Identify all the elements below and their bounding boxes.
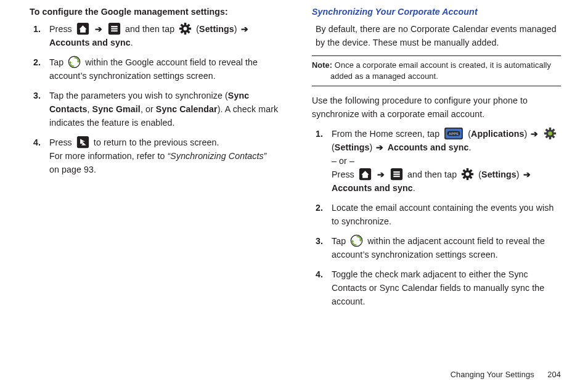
- step-number: 2.: [312, 201, 323, 228]
- right-column: Synchronizing Your Corporate Account By …: [312, 5, 561, 314]
- page-footer: Changing Your Settings 204: [451, 369, 561, 381]
- step-number: 1.: [312, 127, 323, 195]
- arrow-icon: ➔: [522, 169, 532, 179]
- svg-text:APPS: APPS: [449, 132, 459, 136]
- bold-text: Accounts and sync: [49, 38, 131, 47]
- bold-text: Settings: [199, 24, 234, 34]
- svg-rect-48: [393, 171, 400, 173]
- bold-text: Sync Calendar: [156, 104, 218, 114]
- step-body: Toggle the check mark adjacent to either…: [332, 267, 561, 308]
- applications-tile-icon: APPS: [444, 127, 463, 140]
- step-body: From the Home screen, tap APPS (Applicat…: [332, 127, 561, 195]
- arrow-icon: ➔: [240, 24, 250, 34]
- footer-page: 204: [547, 370, 561, 379]
- step-number: 2.: [30, 55, 41, 83]
- settings-gear-icon: [461, 168, 474, 181]
- svg-point-56: [466, 172, 470, 176]
- home-key-icon: [76, 22, 89, 35]
- step-number: 1.: [30, 22, 41, 49]
- step-body: Locate the email account containing the …: [332, 201, 561, 228]
- menu-key-icon: [390, 168, 403, 181]
- list-item: 1.From the Home screen, tap APPS (Applic…: [312, 127, 561, 195]
- note-text: Once a corporate email account is create…: [330, 60, 551, 81]
- step-body: Tap within the adjacent account field to…: [332, 234, 561, 261]
- menu-key-icon: [108, 22, 121, 35]
- svg-point-45: [549, 131, 553, 136]
- list-item: 2.Tap within the Google account field to…: [30, 55, 279, 83]
- back-key-icon: [76, 136, 89, 149]
- bold-text: Settings: [481, 169, 517, 179]
- right-heading: Synchronizing Your Corporate Account: [312, 5, 561, 18]
- left-column: To configure the Google management setti…: [30, 5, 279, 314]
- right-intro: By default, there are no Corporate Calen…: [312, 22, 561, 49]
- bold-text: Accounts and sync: [332, 183, 413, 193]
- sync-icon: [350, 234, 363, 247]
- bold-text: Applications: [471, 129, 524, 139]
- arrow-icon: ➔: [529, 129, 542, 139]
- bold-text: Sync Gmail: [92, 104, 141, 114]
- italic-text: “Synchronizing Contacts”: [168, 151, 267, 161]
- step-number: 3.: [30, 89, 41, 129]
- step-body: Tap the parameters you wish to synchroni…: [49, 89, 279, 129]
- note-block: Note: Once a corporate email account is …: [312, 55, 561, 86]
- sync-icon: [68, 55, 81, 68]
- note-label: Note:: [312, 60, 332, 70]
- right-steps: 1.From the Home screen, tap APPS (Applic…: [312, 127, 561, 308]
- step-number: 3.: [312, 234, 323, 261]
- bold-text: Accounts and sync: [388, 142, 469, 152]
- list-item: 1.Press ➔ and then tap: [30, 22, 279, 49]
- step-body: Press to return to the previous screen.F…: [49, 136, 279, 176]
- list-item: 3.Tap within the adjacent account field …: [312, 234, 561, 261]
- bold-text: Sync Contacts: [49, 91, 249, 114]
- arrow-icon: ➔: [374, 169, 388, 179]
- bold-text: Settings: [335, 142, 370, 152]
- step-body: Press ➔ and then tap (: [49, 22, 279, 49]
- home-key-icon: [359, 168, 372, 181]
- arrow-icon: ➔: [91, 24, 106, 34]
- svg-point-33: [184, 27, 187, 31]
- svg-rect-26: [111, 28, 118, 30]
- step-number: 4.: [30, 136, 41, 176]
- settings-app-icon: [544, 127, 557, 140]
- svg-rect-50: [393, 176, 400, 177]
- list-item: 2.Locate the email account containing th…: [312, 201, 561, 228]
- svg-rect-49: [393, 173, 400, 174]
- list-item: 3.Tap the parameters you wish to synchro…: [30, 89, 279, 129]
- right-lead: Use the following procedure to configure…: [312, 94, 561, 121]
- svg-rect-27: [111, 30, 118, 31]
- left-steps: 1.Press ➔ and then tap: [30, 22, 279, 176]
- list-item: 4.Press to return to the previous screen…: [30, 136, 279, 176]
- svg-rect-25: [111, 26, 118, 27]
- settings-gear-icon: [179, 22, 192, 35]
- step-body: Tap within the Google account field to r…: [49, 55, 279, 83]
- left-heading: To configure the Google management setti…: [30, 5, 279, 18]
- list-item: 4.Toggle the check mark adjacent to eith…: [312, 267, 561, 308]
- step-number: 4.: [312, 267, 323, 308]
- footer-section: Changing Your Settings: [451, 370, 534, 379]
- arrow-icon: ➔: [375, 142, 387, 152]
